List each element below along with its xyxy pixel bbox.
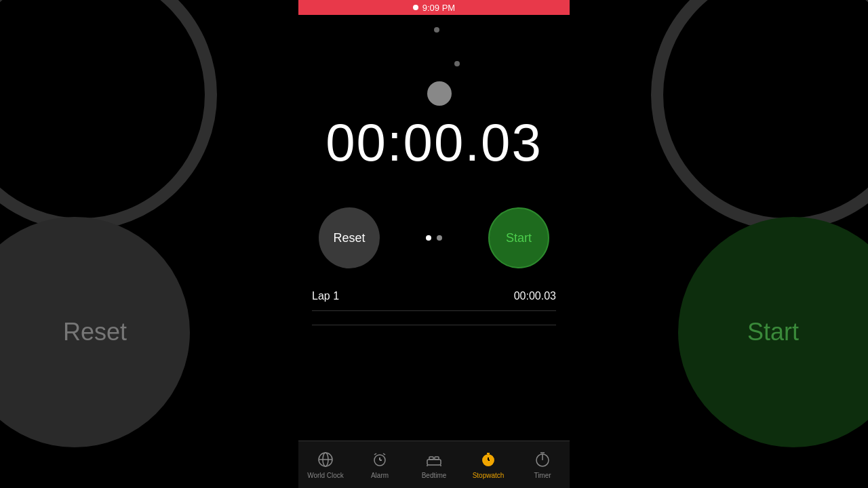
bg-arc-right [651, 0, 868, 230]
bottom-nav: World Clock Alarm Bedtime [298, 441, 570, 488]
nav-item-world-clock[interactable]: World Clock [298, 450, 353, 479]
record-dot-icon [413, 5, 418, 10]
nav-item-timer[interactable]: Timer [515, 450, 570, 479]
svg-rect-9 [429, 457, 433, 460]
bg-start-circle: Start [678, 217, 868, 447]
alarm-icon [370, 450, 389, 469]
status-bar: 9:09 PM [298, 0, 570, 15]
nav-item-bedtime[interactable]: Bedtime [407, 450, 461, 479]
stopwatch-icon [479, 450, 498, 469]
svg-line-6 [374, 453, 376, 455]
stopwatch-label: Stopwatch [473, 472, 505, 479]
buttons-row: Reset Start [319, 207, 549, 268]
bg-start-label: Start [747, 318, 799, 346]
svg-line-7 [383, 453, 385, 455]
bg-reset-label: Reset [63, 318, 127, 346]
svg-rect-8 [427, 460, 441, 465]
world-clock-icon [316, 450, 335, 469]
status-time: 9:09 PM [422, 3, 455, 13]
bedtime-label: Bedtime [422, 472, 447, 479]
dot-2 [437, 235, 442, 241]
bedtime-icon [425, 450, 443, 469]
timer-icon [533, 450, 552, 469]
start-button[interactable]: Start [488, 207, 549, 268]
lap-row: Lap 1 00:00.03 [312, 282, 556, 311]
bg-reset-circle: Reset [0, 217, 190, 447]
nav-item-alarm[interactable]: Alarm [353, 450, 407, 479]
bg-arc-left [0, 0, 217, 230]
lap-list: Lap 1 00:00.03 [298, 282, 570, 325]
lap-divider [312, 325, 556, 325]
svg-rect-10 [435, 457, 439, 460]
nav-item-stopwatch[interactable]: Stopwatch [461, 450, 515, 479]
alarm-label: Alarm [371, 472, 389, 479]
lap-1-time: 00:00.03 [514, 290, 556, 302]
page-dots [426, 235, 442, 241]
lap-1-label: Lap 1 [312, 290, 339, 302]
main-content: 00:00.03 Reset Start Lap 1 00:00.03 [298, 0, 570, 488]
reset-button[interactable]: Reset [319, 207, 380, 268]
timer-label: Timer [534, 472, 551, 479]
world-clock-label: World Clock [307, 472, 344, 479]
timer-display: 00:00.03 [326, 112, 542, 174]
dot-1 [426, 235, 431, 241]
